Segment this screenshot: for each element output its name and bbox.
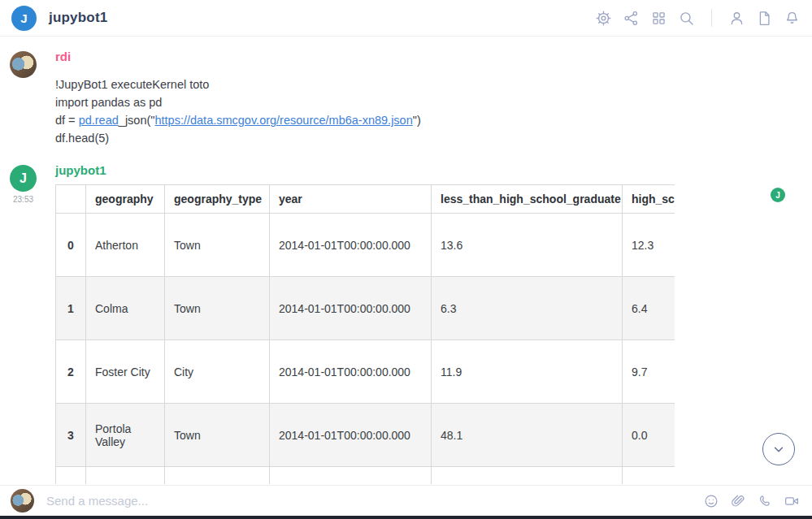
- table-cell: Atherton: [86, 214, 165, 277]
- table-cell: Foster City: [86, 340, 165, 404]
- table-cell: City: [165, 340, 270, 404]
- code-text: !JupyBot1 executeKernel toto: [55, 78, 209, 91]
- table-cell: Portola Valley: [86, 404, 165, 467]
- phone-icon[interactable]: [757, 493, 773, 509]
- table-cell: Town: [165, 214, 270, 277]
- message-timestamp: 23:53: [10, 195, 37, 204]
- document-icon[interactable]: [756, 10, 773, 27]
- table-cell: 11.9: [432, 340, 623, 404]
- bell-icon[interactable]: [784, 10, 801, 27]
- scroll-to-bottom-button[interactable]: [762, 433, 795, 465]
- column-header-geography: geography: [86, 185, 165, 214]
- table-cell: 12.3: [623, 214, 675, 277]
- table-cell: Town: [165, 277, 270, 340]
- table-row: 2 Foster City City 2014-01-01T00:00:00.0…: [56, 340, 675, 404]
- table-cell: [86, 467, 165, 485]
- table-cell: 1: [56, 277, 86, 340]
- own-avatar: [11, 489, 34, 513]
- message-line: !JupyBot1 executeKernel toto: [55, 76, 812, 93]
- table-cell: 6.4: [623, 277, 675, 340]
- avatar-jupybot1[interactable]: J: [10, 165, 37, 192]
- message-input[interactable]: [46, 494, 703, 508]
- apps-grid-icon[interactable]: [650, 10, 667, 27]
- message-jupybot1: J 23:53 jupybot1 geography geography_typ…: [0, 163, 812, 484]
- username-rdi[interactable]: rdi: [55, 50, 812, 63]
- message-composer: [0, 485, 812, 516]
- emoji-icon[interactable]: [703, 493, 719, 509]
- table-cell: 2: [56, 340, 86, 404]
- table-row: 0 Atherton Town 2014-01-01T00:00:00.000 …: [56, 214, 675, 277]
- table-row-partial: [56, 467, 675, 485]
- table-cell: 13.6: [432, 214, 623, 277]
- pd-read-link[interactable]: pd.read: [79, 114, 119, 127]
- video-camera-icon[interactable]: [784, 493, 800, 509]
- table-cell: 2014-01-01T00:00:00.000: [270, 340, 432, 404]
- table-cell: [623, 467, 675, 485]
- chat-window: J jupybot1: [0, 0, 812, 519]
- paperclip-icon[interactable]: [730, 493, 746, 509]
- code-text: _json(": [119, 114, 155, 127]
- channel-title: jupybot1: [49, 10, 107, 26]
- window-bottom-edge: [0, 516, 812, 519]
- message-line: df.head(5): [55, 129, 812, 147]
- column-header-year: year: [270, 185, 432, 214]
- table-cell: Colma: [86, 277, 165, 340]
- header-divider: [711, 9, 712, 27]
- username-jupybot1[interactable]: jupybot1: [55, 163, 812, 177]
- table-cell: 0.0: [623, 404, 675, 467]
- table-cell: [270, 467, 432, 485]
- column-header-high-school: high_sc: [623, 185, 675, 214]
- gear-icon[interactable]: [595, 10, 612, 27]
- message-rdi: rdi !JupyBot1 executeKernel toto import …: [0, 50, 812, 147]
- column-header-geography-type: geography_type: [165, 185, 270, 214]
- chevron-down-icon: [770, 440, 788, 458]
- dataset-url-link[interactable]: https://data.smcgov.org/resource/mb6a-xn…: [154, 114, 412, 127]
- channel-header: J jupybot1: [0, 0, 812, 37]
- unread-jump-badge[interactable]: J: [771, 188, 785, 202]
- code-text: df =: [55, 114, 79, 127]
- table-row: 1 Colma Town 2014-01-01T00:00:00.000 6.3…: [56, 277, 675, 340]
- table-row: 3 Portola Valley Town 2014-01-01T00:00:0…: [56, 404, 675, 467]
- header-actions: [595, 9, 801, 27]
- code-text: import pandas as pd: [55, 96, 162, 109]
- search-icon[interactable]: [678, 10, 695, 27]
- table-cell: 2014-01-01T00:00:00.000: [270, 214, 432, 277]
- column-header-less-than-hs: less_than_high_school_graduate: [432, 185, 623, 214]
- dataframe-table-container: geography geography_type year less_than_…: [55, 184, 675, 484]
- table-cell: [165, 467, 270, 485]
- share-network-icon[interactable]: [623, 10, 640, 27]
- code-text: df.head(5): [55, 132, 109, 145]
- dataframe-table: geography geography_type year less_than_…: [55, 184, 675, 484]
- table-cell: 0: [56, 214, 86, 277]
- avatar-rdi[interactable]: [10, 51, 37, 78]
- message-line: df = pd.read_json("https://data.smcgov.o…: [55, 111, 812, 129]
- table-cell: [56, 467, 86, 485]
- channel-avatar: J: [11, 6, 37, 31]
- table-cell: 2014-01-01T00:00:00.000: [270, 277, 432, 340]
- composer-actions: [703, 493, 800, 509]
- code-text: "): [413, 114, 421, 127]
- table-cell: 48.1: [432, 404, 623, 467]
- table-cell: 6.3: [432, 277, 623, 340]
- column-header-index: [56, 185, 86, 214]
- user-icon[interactable]: [728, 10, 745, 27]
- table-cell: 2014-01-01T00:00:00.000: [270, 404, 432, 467]
- message-list: rdi !JupyBot1 executeKernel toto import …: [0, 37, 812, 484]
- table-header-row: geography geography_type year less_than_…: [56, 185, 675, 214]
- table-cell: [432, 467, 623, 485]
- table-cell: Town: [165, 404, 270, 467]
- table-cell: 3: [56, 404, 86, 467]
- table-cell: 9.7: [623, 340, 675, 404]
- message-line: import pandas as pd: [55, 93, 812, 111]
